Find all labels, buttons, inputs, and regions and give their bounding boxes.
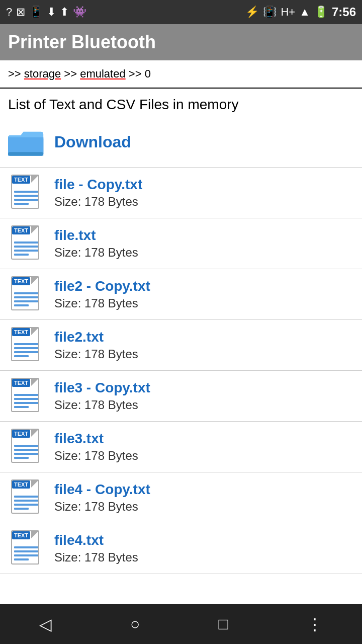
vibrate-icon: 📳 — [263, 6, 277, 19]
list-item[interactable]: TEXT file2 - Copy.txt Size: 178 Bytes — [0, 269, 362, 320]
network-icon: H+ — [281, 6, 295, 19]
file-name: file3.txt — [54, 431, 138, 447]
file-info: file4.txt Size: 178 Bytes — [54, 532, 138, 565]
list-item[interactable]: TEXT file3.txt Size: 178 Bytes — [0, 422, 362, 472]
list-item[interactable]: TEXT file.txt Size: 178 Bytes — [0, 218, 362, 269]
file-name: file2 - Copy.txt — [54, 278, 150, 294]
txt-file-icon: TEXT — [8, 223, 44, 264]
txt-file-icon: TEXT — [8, 427, 44, 467]
list-item[interactable]: TEXT file4.txt Size: 178 Bytes — [0, 523, 362, 574]
signal-bars-icon: ▲ — [299, 6, 310, 19]
battery-icon: 🔋 — [314, 6, 328, 19]
file-name: file.txt — [54, 227, 138, 244]
status-icons-left: ? ⊠ 📱 ⬇ ⬆ 👾 — [6, 6, 86, 19]
folder-icon — [8, 122, 44, 162]
back-button[interactable]: ◁ — [29, 610, 62, 639]
txt-file-icon: TEXT — [8, 376, 44, 416]
file-size: Size: 178 Bytes — [54, 246, 138, 260]
file-info: file - Copy.txt Size: 178 Bytes — [54, 177, 142, 209]
file-size: Size: 178 Bytes — [54, 398, 150, 412]
signal-icon: ? — [6, 6, 12, 19]
droid-icon: 👾 — [73, 6, 86, 19]
breadcrumb-sep1: >> — [64, 67, 77, 80]
list-item[interactable]: TEXT file3 - Copy.txt Size: 178 Bytes — [0, 371, 362, 422]
app-title: Printer Bluetooth — [8, 32, 156, 53]
file-list: Download TEXT file - Copy.txt Size: — [0, 117, 362, 604]
list-header: List of Text and CSV Files in memory — [0, 89, 362, 117]
list-item[interactable]: TEXT file2.txt Size: 178 Bytes — [0, 320, 362, 371]
file-size: Size: 178 Bytes — [54, 296, 150, 310]
file-info: file4 - Copy.txt Size: 178 Bytes — [54, 481, 150, 514]
breadcrumb-sep2: >> — [129, 67, 145, 80]
download-icon: ⬇ — [47, 6, 56, 19]
breadcrumb-prefix: >> — [8, 67, 21, 80]
folder-info: Download — [54, 133, 131, 151]
txt-file-icon: TEXT — [8, 325, 44, 365]
file-size: Size: 178 Bytes — [54, 500, 150, 514]
txt-file-icon: TEXT — [8, 173, 44, 213]
txt-file-icon: TEXT — [8, 477, 44, 518]
phone-icon: 📱 — [29, 6, 43, 19]
folder-name: Download — [54, 133, 131, 151]
file-size: Size: 178 Bytes — [54, 449, 138, 463]
status-bar: ? ⊠ 📱 ⬇ ⬆ 👾 ⚡ 📳 H+ ▲ 🔋 7:56 — [0, 0, 362, 24]
file-info: file2 - Copy.txt Size: 178 Bytes — [54, 278, 150, 310]
app-header: Printer Bluetooth — [0, 24, 362, 60]
more-button[interactable]: ⋮ — [297, 610, 333, 639]
list-item[interactable]: TEXT file - Copy.txt Size: 178 Bytes — [0, 168, 362, 218]
list-item[interactable]: TEXT file4 - Copy.txt Size: 178 Bytes — [0, 472, 362, 523]
file-info: file3 - Copy.txt Size: 178 Bytes — [54, 380, 150, 412]
file-name: file4.txt — [54, 532, 138, 548]
file-name: file4 - Copy.txt — [54, 481, 150, 498]
breadcrumb: >> storage >> emulated >> 0 — [0, 60, 362, 89]
file-name: file3 - Copy.txt — [54, 380, 150, 396]
breadcrumb-storage[interactable]: storage — [24, 67, 61, 80]
status-icons-right: ⚡ 📳 H+ ▲ 🔋 7:56 — [245, 5, 356, 19]
folder-item-download[interactable]: Download — [0, 117, 362, 168]
file-size: Size: 178 Bytes — [54, 347, 138, 361]
breadcrumb-zero: 0 — [145, 67, 151, 80]
bluetooth-icon: ⚡ — [245, 6, 259, 19]
status-time: 7:56 — [332, 5, 356, 19]
no-sim-icon: ⊠ — [16, 6, 25, 19]
file-size: Size: 178 Bytes — [54, 195, 142, 209]
file-info: file2.txt Size: 178 Bytes — [54, 329, 138, 361]
upload-icon: ⬆ — [60, 6, 69, 19]
file-info: file3.txt Size: 178 Bytes — [54, 431, 138, 463]
file-name: file2.txt — [54, 329, 138, 345]
home-button[interactable]: ○ — [120, 610, 150, 638]
txt-file-icon: TEXT — [8, 274, 44, 314]
recent-button[interactable]: □ — [209, 610, 238, 638]
file-info: file.txt Size: 178 Bytes — [54, 227, 138, 260]
svg-rect-3 — [8, 152, 43, 155]
file-name: file - Copy.txt — [54, 177, 142, 193]
txt-file-icon: TEXT — [8, 528, 44, 569]
bottom-nav: ◁ ○ □ ⋮ — [0, 604, 362, 644]
file-size: Size: 178 Bytes — [54, 550, 138, 565]
breadcrumb-emulated[interactable]: emulated — [80, 67, 126, 80]
